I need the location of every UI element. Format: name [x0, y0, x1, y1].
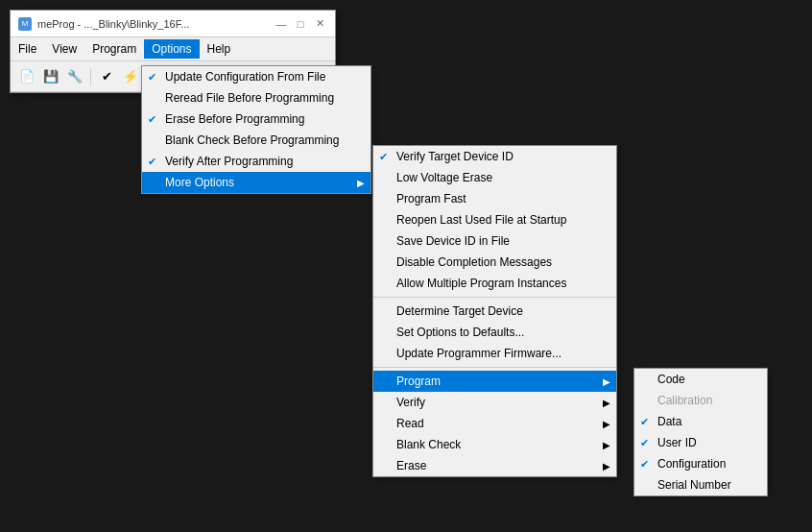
- menu-file[interactable]: File: [11, 39, 44, 59]
- minimize-button[interactable]: —: [274, 16, 289, 32]
- menu-update-firmware[interactable]: Update Programmer Firmware...: [373, 343, 616, 364]
- menu-program[interactable]: Program: [84, 39, 144, 59]
- menu-set-options-defaults[interactable]: Set Options to Defaults...: [373, 322, 616, 343]
- toolbar-separator: [90, 68, 91, 85]
- menu-verify-sub[interactable]: Verify ▶: [373, 392, 616, 413]
- toolbar-verify[interactable]: ✔: [96, 66, 117, 87]
- check-program-configuration: ✔: [640, 458, 649, 471]
- maximize-button[interactable]: □: [293, 16, 308, 32]
- menu-allow-multiple[interactable]: Allow Multiple Program Instances: [373, 273, 616, 294]
- menu-program-configuration[interactable]: ✔ Configuration: [634, 453, 767, 474]
- toolbar-new[interactable]: 📄: [16, 66, 37, 87]
- blank-check-sub-arrow: ▶: [603, 440, 610, 450]
- menu-verify-after[interactable]: ✔ Verify After Programming: [142, 151, 370, 172]
- menu-disable-completion[interactable]: Disable Completion Messages: [373, 252, 616, 273]
- more-options-menu: ✔ Verify Target Device ID Low Voltage Er…: [372, 145, 617, 477]
- menu-reopen-last[interactable]: Reopen Last Used File at Startup: [373, 209, 616, 230]
- menu-program-data[interactable]: ✔ Data: [634, 411, 767, 432]
- menu-program-user-id[interactable]: ✔ User ID: [634, 432, 767, 453]
- menu-view[interactable]: View: [44, 39, 84, 59]
- program-sub-menu: Code Calibration ✔ Data ✔ User ID ✔ Conf…: [633, 368, 768, 496]
- more-options-arrow: ▶: [357, 178, 365, 188]
- menu-blank-check-sub[interactable]: Blank Check ▶: [373, 434, 616, 455]
- erase-sub-arrow: ▶: [603, 461, 610, 472]
- menu-program-fast[interactable]: Program Fast: [373, 188, 616, 209]
- check-erase-before: ✔: [148, 113, 156, 126]
- menu-save-device-id[interactable]: Save Device ID in File: [373, 230, 616, 252]
- menu-blank-check[interactable]: Blank Check Before Programming: [142, 130, 370, 151]
- menu-low-voltage[interactable]: Low Voltage Erase: [373, 167, 616, 188]
- menu-more-options[interactable]: More Options ▶: [142, 172, 370, 193]
- menu-erase-sub[interactable]: Erase ▶: [373, 455, 616, 476]
- menu-determine-target[interactable]: Determine Target Device: [373, 301, 616, 322]
- menu-program-serial-number[interactable]: Serial Number: [634, 474, 767, 496]
- title-bar: M meProg - ..._Blinky\Blinky_16F... — □ …: [11, 11, 335, 37]
- program-sub-arrow: ▶: [603, 376, 610, 387]
- options-menu: ✔ Update Configuration From File Reread …: [141, 65, 371, 194]
- separator-2: [373, 367, 616, 368]
- window-title: meProg - ..._Blinky\Blinky_16F...: [37, 18, 189, 30]
- menu-read-sub[interactable]: Read ▶: [373, 413, 616, 434]
- toolbar-settings[interactable]: 🔧: [64, 66, 85, 87]
- menu-program-calibration[interactable]: Calibration: [634, 390, 767, 411]
- close-button[interactable]: ✕: [312, 16, 327, 32]
- menu-verify-target[interactable]: ✔ Verify Target Device ID: [373, 146, 616, 167]
- menu-update-config[interactable]: ✔ Update Configuration From File: [142, 66, 370, 87]
- menu-help[interactable]: Help: [200, 39, 239, 59]
- separator-1: [373, 297, 616, 298]
- menu-reread-file[interactable]: Reread File Before Programming: [142, 87, 370, 109]
- toolbar-save[interactable]: 💾: [40, 66, 61, 87]
- check-verify-target: ✔: [379, 151, 388, 163]
- menu-options[interactable]: Options: [144, 39, 199, 59]
- menu-program-code[interactable]: Code: [634, 369, 767, 390]
- title-bar-left: M meProg - ..._Blinky\Blinky_16F...: [18, 17, 189, 31]
- check-program-user-id: ✔: [640, 437, 649, 449]
- check-program-data: ✔: [640, 416, 649, 428]
- title-controls: — □ ✕: [274, 16, 327, 32]
- app-icon: M: [18, 17, 32, 31]
- check-verify-after: ✔: [148, 156, 156, 168]
- check-update-config: ✔: [148, 71, 156, 84]
- read-sub-arrow: ▶: [603, 419, 610, 429]
- menu-erase-before[interactable]: ✔ Erase Before Programming: [142, 109, 370, 130]
- toolbar-program[interactable]: ⚡: [120, 66, 141, 87]
- verify-sub-arrow: ▶: [603, 398, 610, 408]
- menu-bar: File View Program Options Help: [11, 37, 335, 61]
- menu-program-sub[interactable]: Program ▶: [373, 371, 616, 392]
